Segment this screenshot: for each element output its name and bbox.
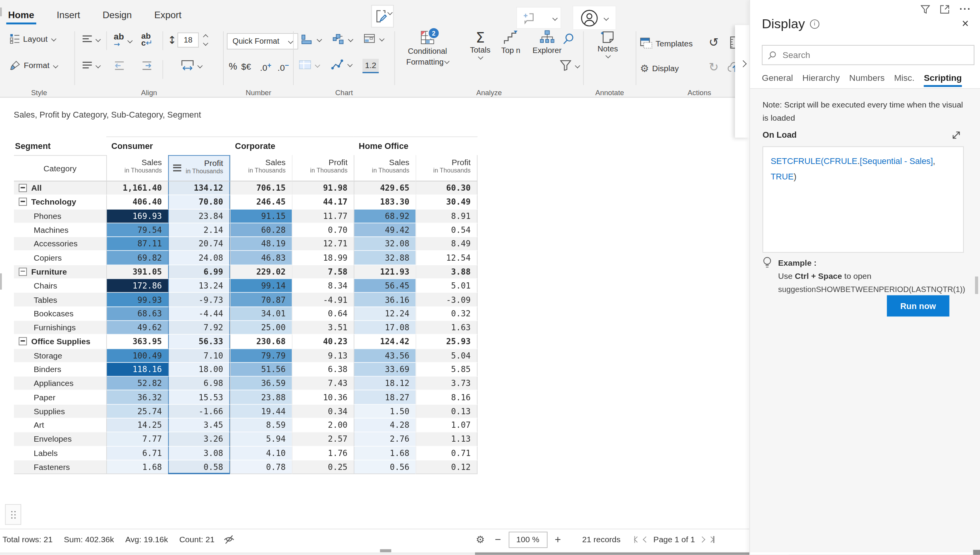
decimal-increase-button[interactable]: .0+ xyxy=(260,61,271,73)
value-cell[interactable]: 12.24 xyxy=(354,307,415,321)
column-header[interactable]: Profitin Thousands xyxy=(168,155,230,181)
ribbon-tab-design[interactable]: Design xyxy=(101,3,134,25)
value-cell[interactable]: 52.82 xyxy=(106,377,168,391)
value-cell[interactable]: 1.13 xyxy=(416,432,478,446)
value-cell[interactable]: 406.40 xyxy=(106,195,168,209)
row-label-cell[interactable]: Art xyxy=(14,418,106,432)
visual-drag-handle[interactable] xyxy=(5,504,21,525)
explorer-button[interactable]: Explorer xyxy=(530,29,564,56)
segment-group-header[interactable]: Corporate xyxy=(230,137,354,155)
row-label-cell[interactable]: All xyxy=(14,181,106,195)
value-cell[interactable]: 18.99 xyxy=(292,251,354,265)
value-cell[interactable]: 12.71 xyxy=(292,237,354,251)
value-cell[interactable]: 8.16 xyxy=(416,391,478,405)
edit-interactions-button[interactable] xyxy=(371,5,394,27)
value-cell[interactable]: 5.04 xyxy=(416,349,478,363)
value-cell[interactable]: 87.11 xyxy=(106,237,168,251)
row-label-cell[interactable]: Paper xyxy=(14,391,106,405)
quick-format-dropdown[interactable]: Quick Format xyxy=(227,33,298,50)
value-cell[interactable]: 3.08 xyxy=(168,446,230,460)
value-cell[interactable]: 79.79 xyxy=(230,349,292,363)
top-n-button[interactable]: Top n xyxy=(499,29,523,56)
add-comment-button[interactable] xyxy=(516,7,561,29)
value-cell[interactable]: 49.42 xyxy=(354,223,415,237)
templates-button[interactable]: Templates xyxy=(638,36,695,50)
value-cell[interactable]: 0.54 xyxy=(416,223,478,237)
zoom-out-button[interactable]: − xyxy=(495,533,501,546)
value-cell[interactable]: 70.80 xyxy=(168,195,230,209)
value-cell[interactable]: 391.05 xyxy=(106,265,168,279)
value-cell[interactable]: 1.76 xyxy=(292,446,354,460)
column-header[interactable]: Salesin Thousands xyxy=(106,155,168,181)
value-cell[interactable]: 134.12 xyxy=(168,181,230,195)
value-cell[interactable]: 4.10 xyxy=(230,446,292,460)
chart-type-waterfall-button[interactable] xyxy=(330,32,355,46)
value-cell[interactable]: 17.08 xyxy=(354,321,415,335)
value-cell[interactable]: 4.28 xyxy=(354,418,415,432)
row-label-cell[interactable]: Technology xyxy=(14,195,106,209)
row-label-cell[interactable]: Labels xyxy=(14,446,106,460)
value-cell[interactable]: 43.56 xyxy=(354,349,415,363)
expand-editor-icon[interactable] xyxy=(951,130,961,140)
row-label-cell[interactable]: Storage xyxy=(14,349,106,363)
value-cell[interactable]: 7.10 xyxy=(168,349,230,363)
value-cell[interactable]: 0.64 xyxy=(292,307,354,321)
first-page-button[interactable] xyxy=(634,536,640,543)
redo-icon[interactable]: ↻ xyxy=(709,60,719,74)
next-page-button[interactable] xyxy=(700,537,704,541)
value-cell[interactable]: 36.32 xyxy=(106,391,168,405)
value-cell[interactable]: 79.54 xyxy=(106,223,168,237)
segment-corner-header[interactable]: Segment xyxy=(14,137,106,155)
value-cell[interactable]: 2.14 xyxy=(168,223,230,237)
value-cell[interactable]: 0.56 xyxy=(354,460,415,474)
value-cell[interactable]: 20.74 xyxy=(168,237,230,251)
close-icon[interactable]: × xyxy=(962,17,969,29)
panel-tab-general[interactable]: General xyxy=(762,73,793,87)
panel-tab-numbers[interactable]: Numbers xyxy=(849,73,885,87)
value-cell[interactable]: 3.45 xyxy=(168,418,230,432)
vertical-align-top-button[interactable] xyxy=(80,34,102,44)
value-cell[interactable]: 23.88 xyxy=(230,391,292,405)
value-cell[interactable]: 6.71 xyxy=(106,446,168,460)
percent-format-button[interactable]: % xyxy=(229,61,237,71)
value-cell[interactable]: -4.91 xyxy=(292,293,354,307)
eye-off-icon[interactable] xyxy=(223,534,235,545)
value-cell[interactable]: 2.57 xyxy=(292,432,354,446)
value-cell[interactable]: 36.16 xyxy=(354,293,415,307)
text-overflow-button[interactable]: ab→ xyxy=(111,31,134,50)
format-button[interactable]: Format xyxy=(7,59,60,72)
value-cell[interactable]: 32.08 xyxy=(354,237,415,251)
value-cell[interactable]: -9.73 xyxy=(168,293,230,307)
run-now-button[interactable]: Run now xyxy=(887,295,949,316)
value-cell[interactable]: 70.87 xyxy=(230,293,292,307)
value-cell[interactable]: 7.77 xyxy=(106,432,168,446)
column-header[interactable]: Profitin Thousands xyxy=(416,155,478,181)
panel-tab-scripting[interactable]: Scripting xyxy=(924,73,962,87)
value-cell[interactable]: 229.02 xyxy=(230,265,292,279)
value-cell[interactable]: 706.15 xyxy=(230,181,292,195)
value-cell[interactable]: 11.77 xyxy=(292,209,354,223)
value-cell[interactable]: 100.49 xyxy=(106,349,168,363)
ribbon-tab-home[interactable]: Home xyxy=(6,3,36,25)
panel-tab-hierarchy[interactable]: Hierarchy xyxy=(802,73,840,87)
undo-icon[interactable]: ↺ xyxy=(709,35,719,49)
value-cell[interactable]: 2.76 xyxy=(354,432,415,446)
search-input[interactable] xyxy=(781,50,969,61)
value-cell[interactable]: 68.92 xyxy=(354,209,415,223)
value-cell[interactable]: 56.33 xyxy=(168,335,230,349)
row-label-cell[interactable]: Supplies xyxy=(14,405,106,418)
value-cell[interactable]: 1,161.40 xyxy=(106,181,168,195)
layout-button[interactable]: Layout xyxy=(7,32,58,45)
value-cell[interactable]: 6.99 xyxy=(168,265,230,279)
value-cell[interactable]: 5.94 xyxy=(230,432,292,446)
value-cell[interactable]: 25.00 xyxy=(230,321,292,335)
value-cell[interactable]: 49.62 xyxy=(106,321,168,335)
row-label-cell[interactable]: Bookcases xyxy=(14,307,106,321)
value-cell[interactable]: 3.88 xyxy=(416,265,478,279)
value-cell[interactable]: 3.73 xyxy=(416,377,478,391)
value-cell[interactable]: 6.98 xyxy=(168,377,230,391)
indent-increase-button[interactable] xyxy=(139,60,155,71)
value-cell[interactable]: 172.86 xyxy=(106,279,168,293)
value-cell[interactable]: 18.27 xyxy=(354,391,415,405)
value-cell[interactable]: 25.74 xyxy=(106,405,168,418)
